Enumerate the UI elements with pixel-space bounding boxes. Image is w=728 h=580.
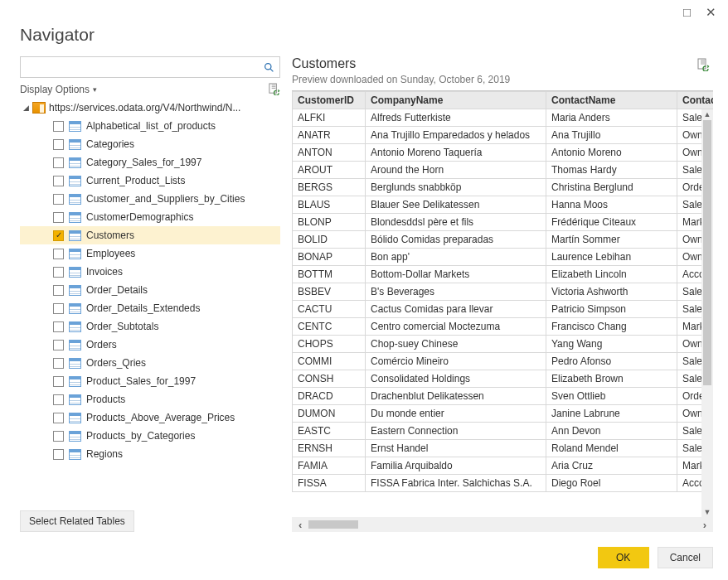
checkbox[interactable] [53,358,64,369]
tree-item[interactable]: CustomerDemographics [20,208,280,226]
checkbox[interactable] [53,157,64,168]
close-icon[interactable]: ✕ [706,5,716,20]
ok-button[interactable]: OK [598,547,649,568]
tree-item[interactable]: Invoices [20,263,280,281]
table-row[interactable]: BOTTMBottom-Dollar MarketsElizabeth Linc… [293,266,714,283]
tree-item[interactable]: Products_by_Categories [20,427,280,445]
checkbox[interactable] [53,321,64,332]
tree-item-label: Products [86,394,125,405]
checkbox[interactable] [53,431,64,442]
checkbox[interactable] [53,340,64,350]
cancel-button[interactable]: Cancel [658,547,713,568]
tree-item[interactable]: Product_Sales_for_1997 [20,372,280,390]
navigator-tree[interactable]: ◢ https://services.odata.org/V4/Northwin… [20,99,280,505]
checkbox[interactable] [53,176,64,186]
tree-item[interactable]: Employees [20,244,280,263]
table-row[interactable]: EASTCEastern ConnectionAnn DevonSales [293,423,714,440]
checkbox[interactable] [53,285,64,296]
column-header[interactable]: ContactName [546,92,677,109]
table-row[interactable]: ERNSHErnst HandelRoland MendelSales [293,440,714,457]
table-row[interactable]: ALFKIAlfreds FutterkisteMaria AndersSale… [293,109,714,127]
table-row[interactable]: DUMONDu monde entierJanine LabruneOwne [293,405,714,423]
table-row[interactable]: FISSAFISSA Fabrica Inter. Salchichas S.A… [293,475,714,492]
tree-item[interactable]: Products_Above_Average_Prices [20,408,280,427]
search-input-wrapper[interactable] [20,56,280,78]
checkbox[interactable] [53,230,64,241]
table-row[interactable]: CHOPSChop-suey ChineseYang WangOwne [293,336,714,353]
tree-item[interactable]: Alphabetical_list_of_products [20,117,280,135]
table-row[interactable]: BONAPBon app'Laurence LebihanOwne [293,249,714,266]
scroll-down-icon[interactable]: ▼ [704,507,711,517]
table-cell: Bon app' [366,249,546,266]
display-options-menu[interactable]: Display Options ▾ [20,84,97,95]
table-row[interactable]: BOLIDBólido Comidas preparadasMartín Som… [293,231,714,249]
scroll-thumb[interactable] [703,120,711,385]
table-row[interactable]: FAMIAFamilia ArquibaldoAria CruzMarke [293,457,714,475]
tree-item[interactable]: Order_Details_Extendeds [20,299,280,317]
checkbox[interactable] [53,267,64,278]
scroll-thumb[interactable] [308,520,358,529]
refresh-icon[interactable] [268,83,280,95]
tree-item[interactable]: Current_Product_Lists [20,172,280,190]
table-row[interactable]: CACTUCactus Comidas para llevarPatricio … [293,301,714,318]
table-cell: ANTON [293,144,366,162]
maximize-icon[interactable]: □ [683,5,691,20]
tree-item[interactable]: Customer_and_Suppliers_by_Cities [20,190,280,208]
table-row[interactable]: ANATRAna Trujillo Emparedados y heladosA… [293,127,714,144]
checkbox[interactable] [53,303,64,314]
table-icon [69,249,81,259]
column-header[interactable]: CustomerID [293,92,366,109]
checkbox[interactable] [53,212,64,223]
table-row[interactable]: CONSHConsolidated HoldingsElizabeth Brow… [293,370,714,388]
checkbox[interactable] [53,394,64,405]
vertical-scrollbar[interactable]: ▲ ▼ [701,109,713,517]
tree-item[interactable]: Order_Subtotals [20,317,280,336]
table-cell: Alfreds Futterkiste [366,109,546,127]
checkbox[interactable] [53,376,64,387]
column-header[interactable]: CompanyName [366,92,546,109]
tree-item[interactable]: Customers [20,226,280,244]
tree-item[interactable]: Order_Details [20,281,280,299]
scroll-right-icon[interactable]: › [696,519,713,531]
checkbox[interactable] [53,413,64,423]
table-row[interactable]: CENTCCentro comercial MoctezumaFrancisco… [293,318,714,336]
table-row[interactable]: AROUTAround the HornThomas HardySales [293,162,714,179]
column-header[interactable]: ContactTi [677,92,714,109]
search-icon[interactable] [258,57,279,77]
checkbox[interactable] [53,139,64,150]
table-cell: Around the Horn [366,162,546,179]
scroll-up-icon[interactable]: ▲ [704,109,711,119]
expand-icon[interactable]: ◢ [23,104,29,112]
table-cell: Janine Labrune [546,405,677,423]
table-cell: Consolidated Holdings [366,370,546,388]
table-row[interactable]: DRACDDrachenblut DelikatessenSven Ottlie… [293,388,714,405]
checkbox[interactable] [53,449,64,460]
tree-root-node[interactable]: ◢ https://services.odata.org/V4/Northwin… [20,99,280,117]
checkbox[interactable] [53,121,64,132]
preview-table[interactable]: CustomerIDCompanyNameContactNameContactT… [292,91,713,492]
table-row[interactable]: COMMIComércio MineiroPedro AfonsoSales [293,353,714,370]
refresh-preview-icon[interactable] [696,58,710,71]
table-cell: BONAP [293,249,366,266]
horizontal-scrollbar[interactable]: ‹ › [292,517,713,532]
tree-item[interactable]: Products [20,390,280,408]
search-input[interactable] [21,61,258,73]
table-row[interactable]: BLAUSBlauer See DelikatessenHanna MoosSa… [293,196,714,214]
checkbox[interactable] [53,249,64,259]
select-related-tables-button[interactable]: Select Related Tables [20,510,134,532]
tree-item[interactable]: Regions [20,445,280,463]
svg-point-0 [265,63,270,69]
checkbox[interactable] [53,194,64,205]
table-icon [69,285,81,296]
table-cell: B's Beverages [366,283,546,301]
table-cell: Familia Arquibaldo [366,457,546,475]
tree-item[interactable]: Categories [20,135,280,153]
table-row[interactable]: BSBEVB's BeveragesVictoria AshworthSales [293,283,714,301]
tree-item[interactable]: Orders_Qries [20,354,280,372]
tree-item[interactable]: Orders [20,336,280,354]
table-row[interactable]: BERGSBerglunds snabbköpChristina Berglun… [293,179,714,196]
scroll-left-icon[interactable]: ‹ [292,519,308,531]
tree-item[interactable]: Category_Sales_for_1997 [20,153,280,172]
table-row[interactable]: ANTONAntonio Moreno TaqueríaAntonio More… [293,144,714,162]
table-row[interactable]: BLONPBlondesddsl père et filsFrédérique … [293,214,714,231]
